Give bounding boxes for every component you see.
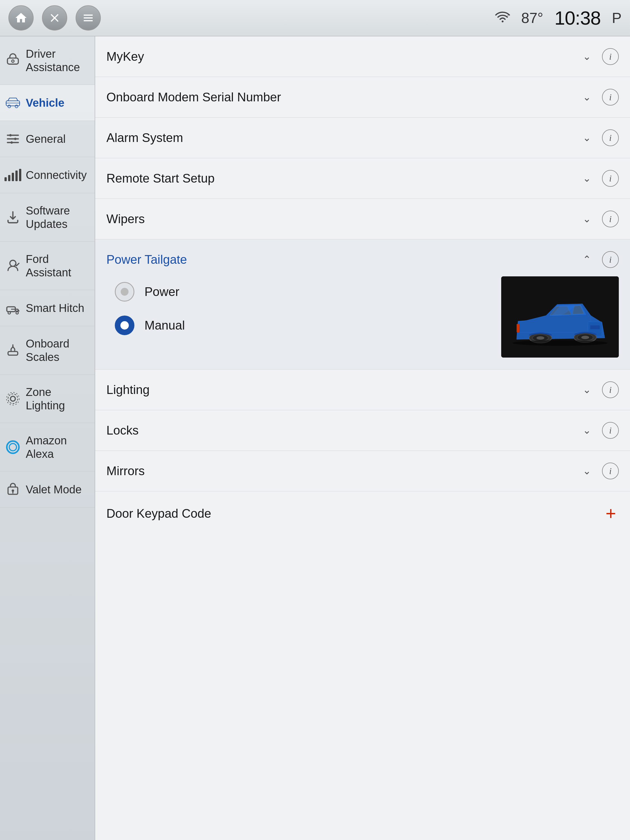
alarm-controls: ⌄ i xyxy=(578,129,619,146)
mykey-info[interactable]: i xyxy=(602,48,619,65)
lighting-chevron[interactable]: ⌄ xyxy=(578,381,595,398)
settings-row-wipers[interactable]: Wipers ⌄ i xyxy=(95,199,630,239)
settings-row-mykey[interactable]: MyKey ⌄ i xyxy=(95,36,630,77)
mirrors-label: Mirrors xyxy=(106,464,578,478)
remote-start-controls: ⌄ i xyxy=(578,170,619,187)
sidebar-label-driver-assistance: DriverAssistance xyxy=(26,47,80,74)
sidebar-label-software-updates: SoftwareUpdates xyxy=(26,204,70,231)
sidebar-item-valet-mode[interactable]: Valet Mode xyxy=(0,472,95,508)
mirrors-info[interactable]: i xyxy=(602,463,619,479)
settings-row-locks[interactable]: Locks ⌄ i xyxy=(95,410,630,451)
mirrors-chevron[interactable]: ⌄ xyxy=(578,463,595,479)
sidebar-item-driver-assistance[interactable]: DriverAssistance xyxy=(0,36,95,85)
top-bar: i 87° 10:38 P xyxy=(0,0,630,36)
sidebar-item-smart-hitch[interactable]: Smart Hitch xyxy=(0,290,95,326)
power-tailgate-label: Power Tailgate xyxy=(106,253,578,267)
lighting-info[interactable]: i xyxy=(602,381,619,398)
remote-start-chevron[interactable]: ⌄ xyxy=(578,170,595,187)
remote-start-info[interactable]: i xyxy=(602,170,619,187)
settings-row-remote-start[interactable]: Remote Start Setup ⌄ i xyxy=(95,158,630,199)
sidebar-label-amazon-alexa: Amazon Alexa xyxy=(26,434,88,461)
power-option-label: Power xyxy=(144,285,180,299)
door-keypad-label: Door Keypad Code xyxy=(106,507,603,521)
svg-rect-19 xyxy=(8,351,18,355)
settings-row-door-keypad[interactable]: Door Keypad Code + xyxy=(95,491,630,536)
svg-point-24 xyxy=(7,441,19,453)
close-button[interactable] xyxy=(42,5,67,30)
vehicle-icon xyxy=(6,95,20,110)
modem-serial-chevron[interactable]: ⌄ xyxy=(578,89,595,106)
door-keypad-controls: + xyxy=(603,503,619,524)
sidebar-label-general: General xyxy=(26,132,66,145)
wipers-controls: ⌄ i xyxy=(578,210,619,227)
sidebar-item-zone-lighting[interactable]: Zone Lighting xyxy=(0,375,95,423)
wipers-chevron[interactable]: ⌄ xyxy=(578,210,595,227)
sidebar-label-connectivity: Connectivity xyxy=(26,168,87,182)
settings-row-power-tailgate[interactable]: Power Tailgate ⌃ i Power xyxy=(95,239,630,369)
wipers-info[interactable]: i xyxy=(602,210,619,227)
driver-assistance-icon xyxy=(6,53,20,68)
sidebar-item-onboard-scales[interactable]: OnboardScales xyxy=(0,326,95,375)
sidebar-item-vehicle[interactable]: Vehicle xyxy=(0,85,95,121)
svg-point-11 xyxy=(9,134,12,137)
sidebar-item-general[interactable]: General xyxy=(0,121,95,157)
time-display: 10:38 xyxy=(554,7,601,29)
svg-point-13 xyxy=(10,141,13,144)
home-button[interactable] xyxy=(8,5,33,30)
sidebar-item-software-updates[interactable]: SoftwareUpdates xyxy=(0,193,95,242)
svg-point-39 xyxy=(537,336,544,339)
settings-row-alarm[interactable]: Alarm System ⌄ i xyxy=(95,118,630,158)
sidebar-item-ford-assistant[interactable]: Ford Assistant xyxy=(0,242,95,290)
locks-info[interactable]: i xyxy=(602,422,619,439)
sidebar-label-valet-mode: Valet Mode xyxy=(26,483,82,496)
sidebar-label-smart-hitch: Smart Hitch xyxy=(26,301,84,315)
svg-text:i: i xyxy=(507,13,508,17)
manual-toggle[interactable] xyxy=(115,316,134,335)
sidebar-label-zone-lighting: Zone Lighting xyxy=(26,385,88,412)
settings-row-mirrors[interactable]: Mirrors ⌄ i xyxy=(95,451,630,491)
svg-point-6 xyxy=(15,105,18,108)
toggle-options: Power Manual xyxy=(106,276,490,358)
svg-point-42 xyxy=(581,336,589,339)
sidebar-item-amazon-alexa[interactable]: Amazon Alexa xyxy=(0,423,95,472)
settings-row-modem-serial[interactable]: Onboard Modem Serial Number ⌄ i xyxy=(95,77,630,118)
settings-row-lighting[interactable]: Lighting ⌄ i xyxy=(95,369,630,410)
smart-hitch-icon xyxy=(6,301,20,315)
sidebar: DriverAssistance Vehicle xyxy=(0,36,95,840)
modem-serial-info[interactable]: i xyxy=(602,89,619,106)
mykey-chevron[interactable]: ⌄ xyxy=(578,48,595,65)
svg-point-21 xyxy=(10,396,15,401)
svg-rect-43 xyxy=(516,324,519,332)
door-keypad-plus[interactable]: + xyxy=(603,503,619,524)
svg-point-22 xyxy=(8,394,18,404)
sidebar-label-ford-assistant: Ford Assistant xyxy=(26,252,88,279)
wipers-label: Wipers xyxy=(106,212,578,226)
svg-point-23 xyxy=(6,392,19,405)
valet-icon xyxy=(6,482,20,497)
manual-option-label: Manual xyxy=(144,318,185,332)
sidebar-label-vehicle: Vehicle xyxy=(26,96,65,109)
locks-label: Locks xyxy=(106,423,578,437)
alarm-chevron[interactable]: ⌄ xyxy=(578,129,595,146)
right-panel: MyKey ⌄ i Onboard Modem Serial Number ⌄ … xyxy=(95,36,630,840)
power-tailgate-info[interactable]: i xyxy=(602,251,619,268)
lighting-controls: ⌄ i xyxy=(578,381,619,398)
status-bar: i 87° 10:38 P xyxy=(495,7,622,29)
power-tailgate-content: Power Manual xyxy=(106,268,619,358)
svg-point-25 xyxy=(9,444,17,451)
manual-option[interactable]: Manual xyxy=(115,316,485,335)
lighting-label: Lighting xyxy=(106,383,578,397)
power-option[interactable]: Power xyxy=(115,282,485,302)
power-tailgate-chevron[interactable]: ⌃ xyxy=(578,251,595,268)
svg-point-17 xyxy=(16,312,19,314)
power-toggle[interactable] xyxy=(115,282,134,302)
connectivity-icon xyxy=(6,168,20,182)
mykey-label: MyKey xyxy=(106,50,578,63)
sidebar-item-connectivity[interactable]: Connectivity xyxy=(0,157,95,193)
media-button[interactable] xyxy=(76,5,101,30)
locks-chevron[interactable]: ⌄ xyxy=(578,422,595,439)
ford-assistant-icon xyxy=(6,259,20,273)
svg-rect-36 xyxy=(590,325,600,329)
alarm-info[interactable]: i xyxy=(602,129,619,146)
power-tailgate-controls: ⌃ i xyxy=(578,251,619,268)
